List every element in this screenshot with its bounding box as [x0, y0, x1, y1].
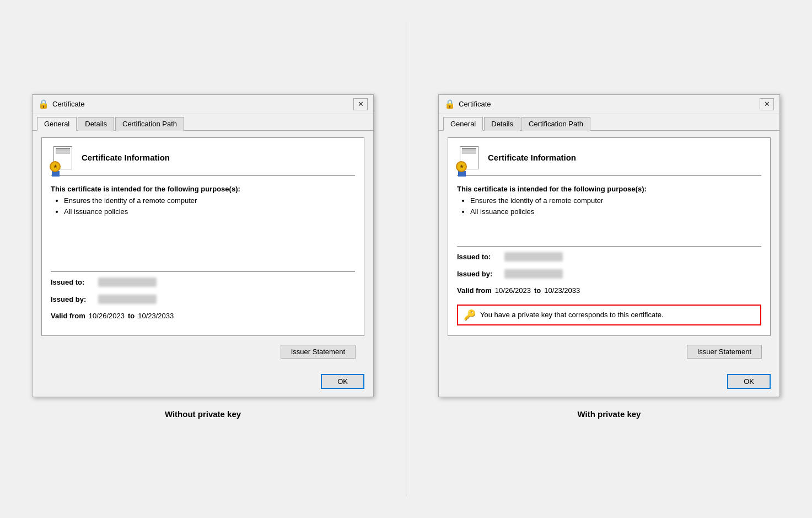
right-cert-info-header: ★ Certificate Information — [457, 146, 761, 176]
right-private-key-notice: 🔑 You have a private key that correspond… — [457, 305, 761, 325]
left-cert-badge: ★ — [50, 161, 61, 172]
right-titlebar: 🔒 Certificate ✕ — [439, 95, 779, 114]
right-cert-icon: ★ — [457, 146, 481, 170]
left-issuer-statement-button[interactable]: Issuer Statement — [281, 345, 356, 359]
right-cert-divider — [457, 246, 761, 247]
right-valid-from-value: 10/26/2023 — [495, 286, 531, 295]
right-purpose-1: Ensures the identity of a remote compute… — [470, 195, 761, 207]
left-issued-to-value: remote computer — [98, 277, 157, 287]
left-issued-by-value: remote computer — [98, 295, 157, 304]
right-issued-by-row: Issued by: remote computer — [457, 269, 761, 279]
right-valid-to-label: to — [534, 286, 541, 295]
left-issued-by-row: Issued by: remote computer — [51, 295, 355, 304]
right-issued-to-label: Issued to: — [457, 253, 501, 261]
left-issued-to-row: Issued to: remote computer — [51, 277, 355, 287]
left-dialog-title: Certificate — [52, 100, 85, 108]
left-cert-purposes: This certificate is intended for the fol… — [51, 185, 355, 218]
right-panel: 🔒 Certificate ✕ General Details Certific… — [406, 0, 812, 518]
right-tab-details[interactable]: Details — [484, 117, 520, 131]
left-cert-info-box: ★ Certificate Information This certifica… — [41, 137, 364, 336]
right-cert-purposes: This certificate is intended for the fol… — [457, 185, 761, 218]
left-dialog-footer: Issuer Statement — [41, 341, 364, 365]
left-dialog-body: ★ Certificate Information This certifica… — [33, 131, 373, 374]
left-cert-divider — [51, 271, 355, 272]
left-purpose-1: Ensures the identity of a remote compute… — [64, 195, 355, 207]
right-dialog-title: Certificate — [459, 100, 491, 108]
left-ok-button[interactable]: OK — [321, 374, 364, 389]
left-cert-icon: ★ — [51, 146, 75, 170]
right-title-icon: 🔒 — [444, 99, 455, 110]
left-purpose-2: All issuance policies — [64, 206, 355, 218]
left-tab-cert-path[interactable]: Certification Path — [115, 117, 184, 131]
left-purposes-header: This certificate is intended for the fol… — [51, 185, 355, 193]
right-cert-badge: ★ — [456, 161, 467, 172]
left-tab-details[interactable]: Details — [78, 117, 114, 131]
right-issued-by-value: remote computer — [504, 269, 563, 279]
right-valid-from-label: Valid from — [457, 286, 492, 295]
left-cert-info-header: ★ Certificate Information — [51, 146, 355, 176]
left-valid-to-value: 10/23/2033 — [138, 312, 174, 320]
right-cert-doc-shape: ★ — [460, 146, 478, 169]
right-valid-to-value: 10/23/2033 — [544, 286, 580, 295]
right-purpose-2: All issuance policies — [470, 206, 761, 218]
left-valid-to-label: to — [128, 312, 135, 320]
right-issued-to-value: remote computer — [504, 252, 563, 261]
left-cert-info-title: Certificate Information — [82, 153, 170, 162]
right-cert-info-box: ★ Certificate Information This certifica… — [448, 137, 771, 336]
left-issued-to-label: Issued to: — [51, 278, 95, 286]
left-tab-general[interactable]: General — [37, 117, 77, 131]
left-panel: 🔒 Certificate ✕ General Details Certific… — [0, 0, 406, 518]
right-panel-label: With private key — [578, 404, 641, 424]
left-cert-doc-shape: ★ — [53, 146, 72, 169]
right-issued-by-label: Issued by: — [457, 270, 501, 278]
right-close-button[interactable]: ✕ — [760, 98, 774, 110]
left-panel-label: Without private key — [165, 404, 241, 424]
right-tab-bar: General Details Certification Path — [439, 114, 779, 131]
right-dialog-body: ★ Certificate Information This certifica… — [439, 131, 779, 374]
left-tab-bar: General Details Certification Path — [33, 114, 373, 131]
right-dialog-footer: Issuer Statement — [448, 341, 771, 365]
right-dialog: 🔒 Certificate ✕ General Details Certific… — [438, 94, 780, 397]
left-valid-from-value: 10/26/2023 — [89, 312, 125, 320]
left-valid-row: Valid from 10/26/2023 to 10/23/2033 — [51, 312, 355, 320]
right-valid-row: Valid from 10/26/2023 to 10/23/2033 — [457, 286, 761, 295]
right-private-key-text: You have a private key that corresponds … — [480, 311, 664, 319]
right-cert-info-title: Certificate Information — [488, 153, 576, 162]
right-ok-button[interactable]: OK — [727, 374, 771, 389]
left-issued-by-label: Issued by: — [51, 295, 95, 303]
left-titlebar: 🔒 Certificate ✕ — [33, 95, 373, 114]
right-purposes-header: This certificate is intended for the fol… — [457, 185, 761, 193]
left-valid-from-label: Valid from — [51, 312, 85, 320]
right-issuer-statement-button[interactable]: Issuer Statement — [687, 345, 762, 359]
left-title-icon: 🔒 — [38, 99, 49, 110]
right-issued-to-row: Issued to: remote computer — [457, 252, 761, 261]
right-tab-general[interactable]: General — [443, 117, 483, 131]
right-tab-cert-path[interactable]: Certification Path — [521, 117, 590, 131]
left-close-button[interactable]: ✕ — [353, 98, 368, 110]
left-dialog: 🔒 Certificate ✕ General Details Certific… — [32, 94, 374, 397]
key-icon: 🔑 — [464, 309, 476, 321]
